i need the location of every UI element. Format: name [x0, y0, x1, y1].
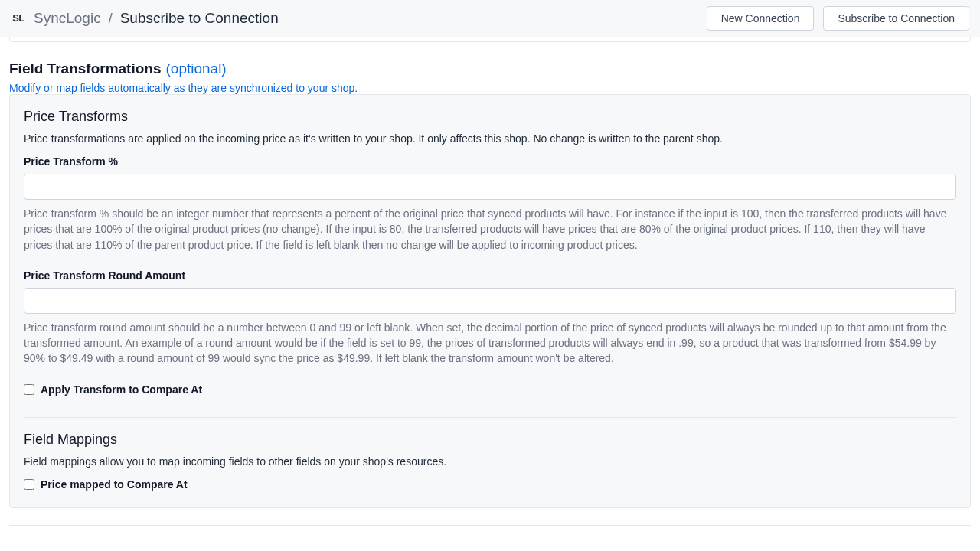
- subscribe-to-connection-button[interactable]: Subscribe to Connection: [823, 6, 969, 31]
- price-transform-percent-field: Price Transform % Price transform % shou…: [24, 155, 956, 253]
- price-transform-round-input[interactable]: [24, 288, 956, 314]
- previous-card-edge: [9, 37, 971, 42]
- breadcrumb: SL SyncLogic / Subscribe to Connection: [11, 10, 279, 27]
- price-mapped-compare-at-row: Price mapped to Compare At: [24, 478, 956, 491]
- field-mappings-description: Field mappings allow you to map incoming…: [24, 455, 956, 468]
- new-connection-button[interactable]: New Connection: [707, 6, 815, 31]
- price-transform-percent-label: Price Transform %: [24, 155, 956, 168]
- transformations-card: Price Transforms Price transformations a…: [9, 94, 971, 508]
- topbar: SL SyncLogic / Subscribe to Connection N…: [0, 0, 980, 37]
- breadcrumb-separator: /: [109, 11, 113, 27]
- section-description-link[interactable]: Modify or map fields automatically as th…: [9, 82, 358, 94]
- optional-label: (optional): [165, 60, 226, 77]
- price-mapped-compare-at-label: Price mapped to Compare At: [41, 478, 188, 491]
- topbar-actions: New Connection Subscribe to Connection: [707, 6, 969, 31]
- price-transform-round-help: Price transform round amount should be a…: [24, 320, 956, 367]
- apply-transform-compare-at-row: Apply Transform to Compare At: [24, 383, 956, 396]
- section-heading: Field Transformations (optional): [9, 60, 971, 77]
- price-transform-round-field: Price Transform Round Amount Price trans…: [24, 269, 956, 367]
- apply-transform-compare-at-checkbox[interactable]: [24, 384, 34, 395]
- main-content: Field Transformations (optional) Modify …: [0, 37, 980, 526]
- section-title: Field Transformations: [9, 60, 161, 77]
- page-title: Subscribe to Connection: [120, 10, 279, 27]
- field-mappings-title: Field Mappings: [24, 432, 956, 448]
- card-divider: [24, 417, 956, 418]
- bottom-divider: [9, 525, 971, 526]
- brand-name[interactable]: SyncLogic: [34, 10, 101, 27]
- price-transform-percent-help: Price transform % should be an integer n…: [24, 206, 956, 253]
- price-transforms-description: Price transformations are applied on the…: [24, 132, 956, 145]
- logo-icon: SL: [11, 11, 26, 26]
- price-mapped-compare-at-checkbox[interactable]: [24, 479, 34, 490]
- price-transform-round-label: Price Transform Round Amount: [24, 269, 956, 282]
- price-transforms-title: Price Transforms: [24, 109, 956, 125]
- price-transform-percent-input[interactable]: [24, 174, 956, 200]
- apply-transform-compare-at-label: Apply Transform to Compare At: [41, 383, 202, 396]
